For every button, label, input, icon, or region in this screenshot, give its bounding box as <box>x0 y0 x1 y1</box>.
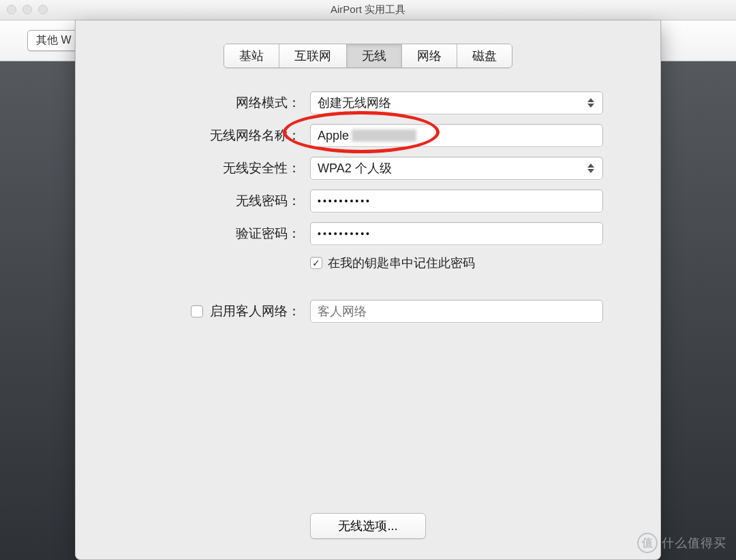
traffic-minimize-icon[interactable] <box>22 5 32 14</box>
tab-segmented-control: 基站 互联网 无线 网络 磁盘 <box>95 44 641 68</box>
password-field[interactable] <box>318 193 596 209</box>
svg-marker-1 <box>587 104 594 108</box>
stepper-icon <box>586 164 596 173</box>
password-input[interactable] <box>310 189 603 213</box>
guest-network-field[interactable] <box>318 303 596 320</box>
security-value: WPA2 个人级 <box>318 160 392 176</box>
label-network-name: 无线网络名称： <box>99 127 310 144</box>
window-title: AirPort 实用工具 <box>331 3 405 16</box>
svg-marker-2 <box>587 164 594 168</box>
traffic-zoom-icon[interactable] <box>38 5 48 14</box>
remember-password-label: 在我的钥匙串中记住此密码 <box>328 255 475 271</box>
security-select[interactable]: WPA2 个人级 <box>310 157 603 180</box>
stepper-icon <box>586 98 596 108</box>
remember-password-checkbox[interactable]: ✓ <box>310 257 322 269</box>
label-network-mode: 网络模式： <box>99 94 310 112</box>
label-verify-password: 验证密码： <box>99 225 310 243</box>
network-name-value: Apple <box>318 129 349 143</box>
settings-sheet: 基站 互联网 无线 网络 磁盘 网络模式： 创建无线网络 <box>75 20 661 560</box>
svg-marker-0 <box>587 98 594 102</box>
tab-internet[interactable]: 互联网 <box>279 44 347 67</box>
label-security: 无线安全性： <box>99 159 310 177</box>
label-password: 无线密码： <box>99 192 310 210</box>
network-name-input[interactable]: Apple <box>310 124 603 147</box>
svg-marker-3 <box>587 169 594 173</box>
tab-disks[interactable]: 磁盘 <box>457 44 512 67</box>
tab-base-station[interactable]: 基站 <box>224 44 279 67</box>
traffic-close-icon[interactable] <box>7 5 16 14</box>
enable-guest-checkbox[interactable] <box>191 305 203 317</box>
window-titlebar: AirPort 实用工具 <box>0 0 736 20</box>
label-guest-network: 启用客人网络： <box>210 302 301 320</box>
tab-wireless[interactable]: 无线 <box>347 44 402 67</box>
verify-password-field[interactable] <box>318 225 596 242</box>
watermark-badge-icon: 值 <box>637 533 658 553</box>
watermark: 值 什么值得买 <box>637 533 726 553</box>
wireless-options-button[interactable]: 无线选项... <box>310 513 426 539</box>
redacted-block <box>352 129 416 142</box>
checkmark-icon: ✓ <box>312 258 320 268</box>
guest-network-input[interactable] <box>310 300 603 323</box>
tab-network[interactable]: 网络 <box>402 44 457 67</box>
watermark-text: 什么值得买 <box>662 535 726 551</box>
network-mode-select[interactable]: 创建无线网络 <box>310 91 603 114</box>
verify-password-input[interactable] <box>310 222 603 245</box>
network-mode-value: 创建无线网络 <box>318 95 391 111</box>
